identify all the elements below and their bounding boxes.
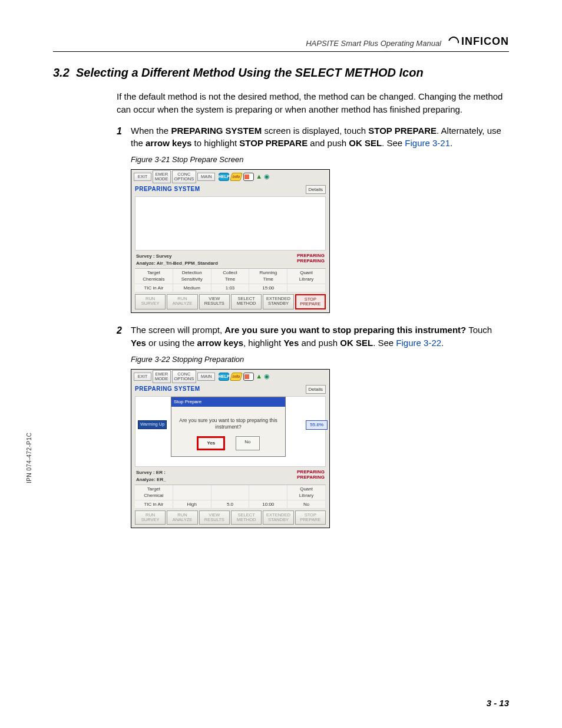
page-number: 3 - 13	[487, 698, 509, 708]
parameter-table: Target Chemical Quant Library TIC in Air…	[135, 485, 326, 509]
survey-label: Survey : ER :	[136, 469, 166, 476]
details-button[interactable]: Details	[306, 385, 326, 394]
info-icon[interactable]: info	[230, 373, 243, 381]
status-tree-icon: ▲	[256, 172, 262, 182]
chart-area-blank	[135, 196, 326, 251]
section-title-text: Selecting a Different Method Using the S…	[76, 66, 424, 79]
main-button[interactable]: MAIN	[197, 373, 215, 381]
preparing-status-2: PREPARING	[297, 475, 325, 480]
battery-icon	[243, 373, 254, 381]
run-survey-button[interactable]: RUN SURVEY	[135, 510, 166, 525]
conc-options-button[interactable]: CONC OPTIONS	[172, 170, 197, 183]
preparing-status-1: PREPARING	[297, 469, 325, 475]
brand-name: INFICON	[461, 35, 509, 48]
globe-icon: ◉	[264, 172, 270, 182]
battery-icon	[243, 173, 254, 181]
preparing-system-label: PREPARING SYSTEM	[135, 185, 200, 194]
warming-up-label: Warming Up	[138, 420, 167, 429]
help-icon[interactable]: HELP	[219, 373, 229, 381]
extended-standby-button[interactable]: EXTENDED STANDBY	[263, 294, 293, 309]
section-heading: 3.2 Selecting a Different Method Using t…	[53, 66, 509, 80]
figure-ref-3-21[interactable]: Figure 3-21	[405, 138, 450, 148]
conc-options-button[interactable]: CONC OPTIONS	[172, 370, 197, 383]
page-header: HAPSITE Smart Plus Operating Manual INFI…	[53, 35, 509, 52]
dialog-no-button[interactable]: No	[236, 436, 259, 450]
figure-3-22-caption: Figure 3-22 Stopping Preparation	[131, 354, 509, 365]
figure-ref-3-22[interactable]: Figure 3-22	[396, 338, 441, 348]
details-button[interactable]: Details	[306, 185, 326, 195]
dialog-message: Are you sure you want to stop preparing …	[171, 407, 285, 436]
run-survey-button[interactable]: RUN SURVEY	[135, 294, 166, 309]
figure-3-21-screenshot: EXIT EMER MODE CONC OPTIONS MAIN HELP in…	[131, 169, 330, 314]
exit-button[interactable]: EXIT	[134, 173, 151, 181]
extended-standby-button[interactable]: EXTENDED STANDBY	[263, 510, 293, 525]
run-analyze-button[interactable]: RUN ANALYZE	[167, 510, 197, 525]
view-results-button[interactable]: VIEW RESULTS	[199, 294, 230, 309]
preparing-status-1: PREPARING	[297, 253, 325, 258]
brand-logo: INFICON	[448, 35, 509, 48]
chart-area-modal: Warming Up 55.6% Stop Prepare Are you su…	[135, 396, 326, 467]
main-button[interactable]: MAIN	[197, 173, 215, 181]
survey-label: Survey : Survey	[136, 253, 218, 260]
exit-button[interactable]: EXIT	[134, 373, 151, 381]
dialog-yes-button[interactable]: Yes	[197, 436, 225, 450]
figure-3-22-screenshot: EXIT EMER MODE CONC OPTIONS MAIN HELP in…	[131, 369, 330, 529]
section-number: 3.2	[53, 66, 70, 79]
progress-percent: 55.6%	[306, 420, 328, 430]
logo-swirl-icon	[447, 34, 461, 49]
emer-mode-button[interactable]: EMER MODE	[153, 170, 171, 183]
preparing-system-label: PREPARING SYSTEM	[135, 385, 200, 394]
info-icon[interactable]: info	[230, 173, 243, 181]
step-2-number: 2	[117, 324, 131, 528]
step-2: 2 The screen will prompt, Are you sure y…	[117, 324, 509, 528]
select-method-button[interactable]: SELECT METHOD	[231, 510, 262, 525]
analyze-label: Analyze: ER_	[136, 476, 166, 483]
view-results-button[interactable]: VIEW RESULTS	[199, 510, 230, 525]
select-method-button[interactable]: SELECT METHOD	[231, 294, 262, 309]
figure-3-21-caption: Figure 3-21 Stop Prepare Screen	[131, 154, 509, 166]
globe-icon: ◉	[264, 372, 270, 381]
stop-prepare-dialog: Stop Prepare Are you sure you want to st…	[171, 397, 286, 456]
intro-paragraph: If the default method is not the desired…	[117, 90, 509, 116]
help-icon[interactable]: HELP	[219, 173, 229, 181]
preparing-status-2: PREPARING	[297, 258, 325, 263]
step-1: 1 When the PREPARING SYSTEM screen is di…	[117, 124, 509, 314]
run-analyze-button[interactable]: RUN ANALYZE	[167, 294, 197, 309]
stop-prepare-button[interactable]: STOP PREPARE	[295, 510, 326, 525]
stop-prepare-button[interactable]: STOP PREPARE	[295, 294, 326, 309]
dialog-title: Stop Prepare	[171, 397, 285, 407]
status-tree-icon: ▲	[256, 372, 262, 381]
analyze-label: Analyze: Air_Tri-Bed_PPM_Standard	[136, 260, 218, 267]
step-1-number: 1	[117, 124, 131, 314]
parameter-table: Target Chemicals Detection Sensitivity C…	[135, 268, 326, 293]
running-title: HAPSITE Smart Plus Operating Manual	[306, 39, 441, 48]
side-ipn-label: IPN 074-472-P1C	[26, 433, 32, 483]
emer-mode-button[interactable]: EMER MODE	[153, 370, 171, 383]
